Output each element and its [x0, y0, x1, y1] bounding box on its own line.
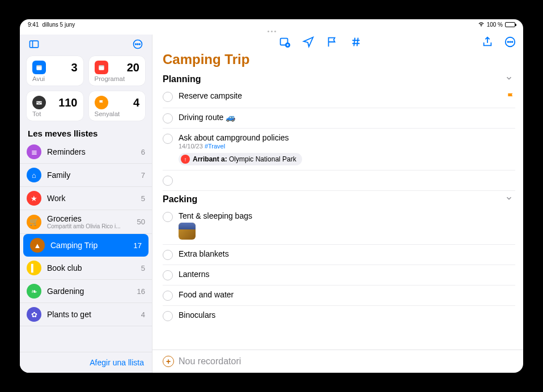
- sidebar-item-gardening[interactable]: ❧ Gardening 16: [20, 280, 152, 303]
- sidebar: 3 Avui 20 Programat 110 Tot 4 Senyalat L…: [20, 35, 152, 373]
- sidebar-item-groceries[interactable]: 🛒 Groceries Compartit amb Olivia Rico i.…: [20, 210, 152, 234]
- smart-card-avui[interactable]: 3 Avui: [27, 56, 83, 86]
- list-name: Reminders: [47, 147, 135, 156]
- svg-point-4: [137, 44, 138, 45]
- reminder-row[interactable]: [163, 171, 515, 191]
- svg-point-19: [512, 41, 513, 42]
- more-menu-icon[interactable]: [504, 36, 516, 48]
- complete-circle[interactable]: [163, 113, 173, 123]
- hashtag-icon[interactable]: [350, 36, 362, 48]
- list-icon: ▲: [30, 238, 45, 253]
- page-title: Camping Trip: [152, 50, 523, 71]
- list-count: 5: [141, 264, 145, 272]
- reminder-row[interactable]: Food and water: [163, 286, 515, 306]
- multitask-handle[interactable]: [20, 29, 523, 35]
- list-count: 5: [141, 194, 145, 203]
- complete-circle[interactable]: [163, 250, 173, 260]
- plus-icon: +: [163, 356, 174, 367]
- reminder-row[interactable]: Tent & sleeping bags: [163, 207, 515, 245]
- list-icon: ▍: [27, 261, 41, 275]
- svg-line-14: [354, 38, 355, 46]
- list-icon: ❧: [27, 284, 41, 299]
- new-reminder-label: Nou recordatori: [179, 356, 241, 367]
- list-count: 50: [137, 218, 145, 226]
- my-lists-header: Les meves llistes: [20, 126, 152, 140]
- reminder-row[interactable]: Extra blankets: [163, 245, 515, 265]
- sidebar-item-work[interactable]: ★ Work 5: [20, 187, 152, 210]
- section-title: Packing: [163, 194, 197, 204]
- complete-circle[interactable]: [163, 92, 173, 102]
- smart-count: 20: [127, 61, 139, 74]
- attachment-thumbnail[interactable]: [179, 223, 196, 240]
- sidebar-item-book club[interactable]: ▍ Book club 5: [20, 257, 152, 280]
- list-icon: ≣: [27, 144, 41, 159]
- list-name: Camping Trip: [50, 241, 128, 250]
- reminder-row[interactable]: Reserve campsite: [163, 87, 515, 108]
- list-count: 17: [134, 241, 142, 250]
- smart-count: 3: [71, 61, 77, 74]
- list-name: Groceries: [47, 214, 131, 223]
- section-header-packing[interactable]: Packing: [163, 191, 515, 207]
- svg-rect-9: [99, 65, 104, 66]
- sidebar-item-plants to get[interactable]: ✿ Plants to get 4: [20, 303, 152, 326]
- reminder-row[interactable]: Ask about campground policies 14/10/23 #…: [163, 129, 515, 171]
- svg-point-5: [139, 44, 141, 45]
- smart-card-senyalat[interactable]: 4 Senyalat: [89, 91, 146, 121]
- complete-circle[interactable]: [163, 212, 173, 222]
- complete-circle[interactable]: [163, 134, 173, 144]
- sidebar-item-camping trip[interactable]: ▲ Camping Trip 17: [23, 234, 149, 257]
- sidebar-item-reminders[interactable]: ≣ Reminders 6: [20, 140, 152, 164]
- reminder-title: Food and water: [179, 290, 515, 299]
- svg-rect-7: [36, 65, 41, 66]
- add-list-button[interactable]: Afegir una llista: [20, 352, 152, 373]
- battery-pct: 100 %: [487, 22, 503, 28]
- flag-icon[interactable]: [326, 36, 338, 48]
- reminder-meta: 14/10/23 #Travel: [179, 143, 515, 150]
- main-panel: Camping Trip Planning Reserve campsite D…: [152, 35, 523, 373]
- section-header-planning[interactable]: Planning: [163, 71, 515, 87]
- reminder-title: Driving route 🚙: [179, 113, 515, 122]
- reminder-title: Binoculars: [179, 310, 515, 319]
- location-icon[interactable]: [302, 36, 315, 48]
- smart-card-tot[interactable]: 110 Tot: [27, 91, 83, 121]
- smart-card-programat[interactable]: 20 Programat: [89, 56, 146, 86]
- sidebar-item-family[interactable]: ⌂ Family 7: [20, 164, 152, 187]
- calendar-icon: [95, 61, 108, 74]
- list-count: 16: [137, 287, 145, 296]
- list-icon: ★: [27, 191, 41, 206]
- smart-count: 110: [58, 96, 77, 109]
- svg-line-15: [357, 38, 358, 46]
- status-time: 9:41: [28, 22, 39, 28]
- complete-circle[interactable]: [163, 291, 173, 301]
- location-pin-icon: ↑: [181, 155, 190, 164]
- status-bar: 9:41 dilluns 5 juny 100 %: [20, 19, 523, 29]
- reminder-title: Reserve campsite: [179, 91, 500, 100]
- list-name: Book club: [47, 263, 135, 272]
- tray-icon: [32, 96, 46, 109]
- list-icon: 🛒: [27, 215, 41, 229]
- flag-indicator-icon: [506, 92, 515, 103]
- reminder-row[interactable]: Binoculars: [163, 306, 515, 326]
- new-reminder-button[interactable]: + Nou recordatori: [152, 350, 523, 373]
- reminder-title: Ask about campground policies: [179, 133, 515, 142]
- reminder-row[interactable]: Driving route 🚙: [163, 108, 515, 129]
- section-title: Planning: [163, 74, 201, 84]
- reminder-title: Tent & sleeping bags: [179, 211, 515, 220]
- complete-circle[interactable]: [163, 270, 173, 280]
- share-icon[interactable]: [481, 36, 494, 48]
- battery-icon: [505, 22, 515, 27]
- wifi-icon: [478, 22, 485, 28]
- list-subtitle: Compartit amb Olivia Rico i...: [47, 223, 131, 229]
- smart-label: Senyalat: [95, 110, 140, 117]
- calendar-add-icon[interactable]: [278, 36, 291, 48]
- complete-circle[interactable]: [163, 176, 173, 186]
- smart-label: Programat: [95, 75, 140, 82]
- location-chip[interactable]: ↑Arribant a: Olympic National Park: [179, 153, 302, 165]
- flag-icon: [95, 96, 108, 109]
- reminder-row[interactable]: Lanterns: [163, 265, 515, 286]
- more-icon[interactable]: [130, 37, 145, 52]
- reminder-title: Extra blankets: [179, 249, 515, 258]
- complete-circle[interactable]: [163, 311, 173, 321]
- sidebar-toggle-icon[interactable]: [27, 37, 41, 52]
- list-icon: ✿: [27, 307, 41, 322]
